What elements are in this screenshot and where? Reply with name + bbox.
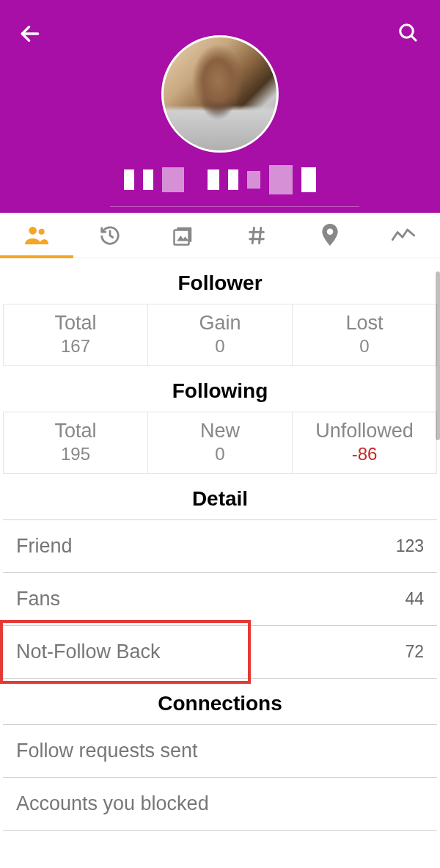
profile-header bbox=[0, 0, 440, 213]
tab-history[interactable] bbox=[73, 213, 147, 258]
detail-label: Not-Follow Back bbox=[16, 641, 161, 663]
stat-value: 167 bbox=[4, 336, 147, 357]
connections-section: Connections Follow requests sent Account… bbox=[0, 679, 440, 831]
detail-label: Follow requests sent bbox=[16, 740, 198, 762]
tab-people[interactable] bbox=[0, 213, 73, 258]
scrollbar[interactable] bbox=[436, 271, 440, 440]
connections-requests[interactable]: Follow requests sent bbox=[3, 724, 437, 778]
connections-blocked[interactable]: Accounts you blocked bbox=[3, 778, 437, 831]
following-unfollowed[interactable]: Unfollowed -86 bbox=[293, 412, 436, 473]
svg-line-2 bbox=[411, 36, 416, 40]
stat-value: 195 bbox=[4, 444, 147, 464]
back-button[interactable] bbox=[18, 22, 42, 48]
stat-value: 0 bbox=[148, 336, 292, 357]
svg-point-3 bbox=[29, 227, 37, 235]
detail-value: 123 bbox=[396, 536, 424, 556]
stat-label: Gain bbox=[148, 312, 292, 335]
follower-section: Follower Total 167 Gain 0 Lost 0 bbox=[0, 258, 440, 366]
following-title: Following bbox=[3, 366, 437, 412]
tab-media[interactable] bbox=[147, 213, 220, 258]
detail-not-follow-back[interactable]: Not-Follow Back 72 bbox=[3, 626, 437, 679]
tab-location[interactable] bbox=[293, 213, 367, 258]
following-new[interactable]: New 0 bbox=[148, 412, 293, 473]
follower-lost[interactable]: Lost 0 bbox=[293, 304, 436, 365]
stat-value: 0 bbox=[293, 336, 436, 357]
svg-point-4 bbox=[39, 228, 45, 234]
follower-total[interactable]: Total 167 bbox=[4, 304, 148, 365]
detail-label: Friend bbox=[16, 535, 73, 558]
stat-value: 0 bbox=[148, 444, 292, 464]
detail-friend[interactable]: Friend 123 bbox=[3, 519, 437, 573]
username-underline bbox=[110, 206, 359, 207]
avatar[interactable] bbox=[161, 35, 279, 153]
stat-value: -86 bbox=[293, 444, 436, 464]
svg-line-11 bbox=[260, 227, 261, 243]
detail-fans[interactable]: Fans 44 bbox=[3, 573, 437, 626]
stat-label: New bbox=[148, 420, 292, 442]
username bbox=[0, 165, 440, 194]
detail-label: Fans bbox=[16, 588, 60, 610]
search-button[interactable] bbox=[397, 22, 419, 47]
follower-title: Follower bbox=[3, 258, 437, 304]
detail-section: Detail Friend 123 Fans 44 Not-Follow Bac… bbox=[0, 474, 440, 679]
connections-title: Connections bbox=[3, 679, 437, 724]
detail-label: Accounts you blocked bbox=[16, 792, 209, 815]
stat-label: Total bbox=[4, 420, 147, 442]
stat-label: Total bbox=[4, 312, 147, 335]
detail-title: Detail bbox=[3, 474, 437, 519]
detail-value: 44 bbox=[405, 589, 424, 609]
svg-line-10 bbox=[252, 227, 254, 243]
follower-stats[interactable]: Total 167 Gain 0 Lost 0 bbox=[3, 304, 437, 366]
tab-analytics[interactable] bbox=[367, 213, 440, 258]
following-total[interactable]: Total 195 bbox=[4, 412, 148, 473]
following-section: Following Total 195 New 0 Unfollowed -86 bbox=[0, 366, 440, 474]
stat-label: Unfollowed bbox=[293, 420, 436, 442]
tab-bar bbox=[0, 213, 440, 258]
tab-hashtag[interactable] bbox=[220, 213, 293, 258]
detail-value: 72 bbox=[405, 642, 424, 662]
follower-gain[interactable]: Gain 0 bbox=[148, 304, 293, 365]
following-stats[interactable]: Total 195 New 0 Unfollowed -86 bbox=[3, 412, 437, 474]
stat-label: Lost bbox=[293, 312, 436, 335]
